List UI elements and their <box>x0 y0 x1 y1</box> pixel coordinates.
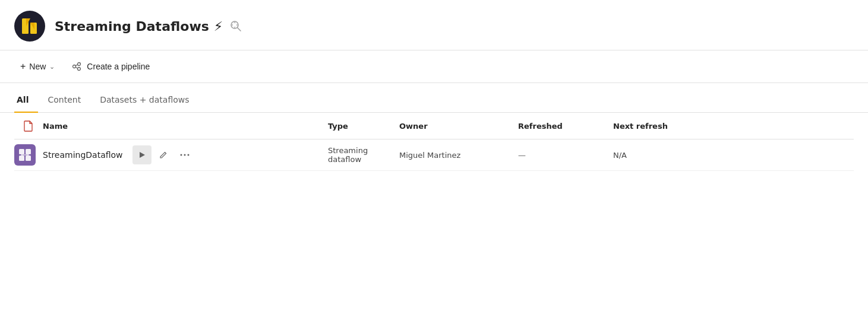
svg-rect-17 <box>19 156 24 161</box>
col-header-type: Type <box>328 122 399 131</box>
item-name: StreamingDataflow <box>43 150 123 160</box>
cell-next-refresh: N/A <box>613 151 854 160</box>
run-button[interactable] <box>132 145 151 164</box>
svg-rect-15 <box>19 149 24 154</box>
svg-line-14 <box>76 67 78 68</box>
row-item-icon-cell <box>14 144 43 166</box>
pipeline-icon <box>71 61 82 72</box>
tab-all[interactable]: All <box>14 88 38 113</box>
svg-rect-18 <box>26 156 31 161</box>
page-header: Streaming Dataflows ⚡ <box>0 0 868 50</box>
page-title: Streaming Dataflows <box>55 19 209 34</box>
tabs: All Content Datasets + dataflows <box>0 88 868 113</box>
pipeline-label: Create a pipeline <box>87 62 150 71</box>
svg-marker-22 <box>140 152 145 158</box>
more-options-button[interactable] <box>175 145 194 164</box>
svg-point-11 <box>78 63 81 66</box>
lightning-icon: ⚡ <box>214 19 223 34</box>
content-area: Name Type Owner Refreshed Next refresh <box>0 113 868 171</box>
title-area: Streaming Dataflows ⚡ <box>55 18 244 34</box>
create-pipeline-button[interactable]: Create a pipeline <box>65 58 156 75</box>
svg-point-12 <box>78 68 81 71</box>
app-icon <box>14 11 45 42</box>
table-header: Name Type Owner Refreshed Next refresh <box>14 113 854 139</box>
chevron-down-icon: ⌄ <box>49 63 55 71</box>
cell-owner: Miguel Martinez <box>399 151 518 160</box>
cell-type: Streaming dataflow <box>328 146 399 164</box>
table-row: StreamingDataflow <box>14 139 854 171</box>
settings-search-icon[interactable] <box>228 18 244 34</box>
col-header-name: Name <box>43 122 328 131</box>
col-header-refreshed: Refreshed <box>518 122 613 131</box>
row-actions <box>132 145 194 164</box>
col-header-icon <box>14 120 43 132</box>
col-header-next-refresh: Next refresh <box>613 122 854 131</box>
svg-point-23 <box>180 154 182 156</box>
col-header-owner: Owner <box>399 122 518 131</box>
svg-rect-16 <box>26 149 31 154</box>
edit-button[interactable] <box>154 145 173 164</box>
toolbar: + New ⌄ Create a pipeline <box>0 50 868 83</box>
tab-datasets[interactable]: Datasets + dataflows <box>90 88 198 113</box>
svg-point-24 <box>184 154 185 156</box>
cell-refreshed: — <box>518 151 613 160</box>
svg-point-25 <box>187 154 189 156</box>
svg-point-10 <box>73 65 76 68</box>
svg-line-13 <box>76 65 78 66</box>
name-cell: StreamingDataflow <box>43 145 328 164</box>
new-label: New <box>29 62 46 71</box>
tab-content[interactable]: Content <box>38 88 90 113</box>
dataflow-icon <box>14 144 36 166</box>
plus-icon: + <box>20 61 26 72</box>
svg-line-5 <box>238 28 241 31</box>
new-button[interactable]: + New ⌄ <box>14 58 61 75</box>
